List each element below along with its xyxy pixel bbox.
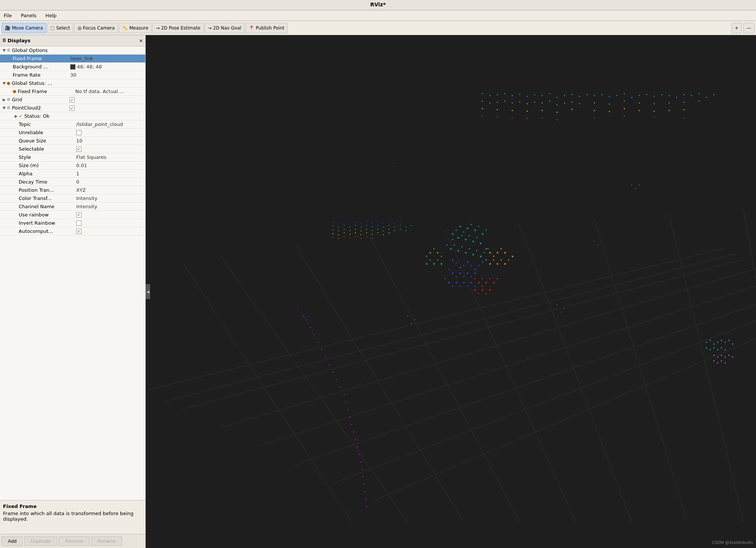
channel-value[interactable]: intensity [75, 204, 144, 209]
add-display-button[interactable]: + [731, 23, 742, 33]
svg-rect-42 [363, 484, 365, 485]
svg-rect-180 [456, 282, 457, 283]
status-ok-row[interactable]: ▶ ✓ Status: Ok [0, 112, 145, 120]
remove-button[interactable]: Remove [59, 536, 89, 546]
svg-rect-23 [317, 342, 319, 343]
use-rainbow-checkbox[interactable] [76, 212, 81, 218]
add-button[interactable]: Add [1, 536, 23, 546]
alpha-value[interactable]: 1 [75, 171, 144, 176]
decay-time-value[interactable]: 0 [75, 179, 144, 185]
svg-rect-27 [332, 372, 334, 373]
color-transform-row[interactable]: Color Transf... Intensity [0, 194, 145, 203]
svg-rect-37 [357, 446, 358, 447]
focus-camera-button[interactable]: ◎ Focus Camera [74, 23, 118, 33]
svg-rect-279 [344, 236, 345, 237]
svg-rect-120 [482, 116, 483, 117]
measure-label: Measure [129, 25, 148, 31]
svg-rect-294 [710, 349, 711, 350]
grid-expand[interactable]: ▶ [1, 98, 7, 102]
global-options-expand[interactable]: ▼ [1, 48, 7, 52]
pointcloud2-row[interactable]: ▼ ⚙ PointCloud2 [0, 104, 145, 112]
duplicate-button[interactable]: Duplicate [24, 536, 57, 546]
pos-trans-value[interactable]: XYZ [75, 187, 144, 193]
svg-rect-152 [461, 246, 462, 247]
svg-rect-95 [564, 102, 565, 104]
svg-rect-72 [631, 97, 632, 98]
background-label: Background ... [13, 64, 69, 70]
nav-goal-button[interactable]: → 2D Nav Goal [205, 23, 245, 33]
svg-rect-175 [471, 276, 472, 277]
svg-rect-24 [321, 349, 322, 350]
displays-drag-icon: ⠿ [2, 38, 6, 43]
collapse-button[interactable]: — [743, 23, 755, 33]
menu-file[interactable]: File [2, 12, 13, 19]
selectable-checkbox[interactable] [76, 147, 81, 152]
size-value[interactable]: 0.01 [75, 163, 144, 168]
style-value[interactable]: Flat Squares [75, 154, 144, 160]
autocompute-row[interactable]: Autocomput... [0, 227, 145, 235]
svg-rect-133 [463, 231, 464, 233]
svg-rect-292 [732, 344, 733, 345]
background-swatch[interactable] [70, 64, 75, 70]
grid-checkbox[interactable] [69, 97, 75, 102]
global-status-row[interactable]: ▼ ● Global Status: ... [0, 79, 145, 87]
channel-name-row[interactable]: Channel Name intensity [0, 203, 145, 211]
global-options-row[interactable]: ▼ ⚙ Global Options [0, 46, 145, 55]
frame-rate-value[interactable]: 30 [69, 72, 144, 78]
menu-panels[interactable]: Panels [19, 12, 38, 19]
svg-rect-81 [698, 93, 700, 94]
displays-close-icon[interactable]: × [139, 38, 143, 43]
svg-rect-143 [465, 239, 467, 240]
svg-rect-234 [388, 221, 390, 222]
use-rainbow-row[interactable]: Use rainbow [0, 211, 145, 219]
3d-viewport[interactable]: ◀ [146, 35, 756, 548]
svg-rect-247 [388, 225, 390, 226]
size-row[interactable]: Size (m) 0.01 [0, 161, 145, 170]
background-color-row[interactable]: Background ... 48; 48; 48 [0, 63, 145, 71]
rename-button[interactable]: Rename [91, 536, 122, 546]
svg-rect-188 [426, 256, 427, 257]
fixed-frame-value[interactable]: laser_link [69, 56, 144, 61]
invert-rainbow-row[interactable]: Invert Rainbow [0, 219, 145, 227]
pointcloud2-checkbox[interactable] [69, 105, 75, 111]
invert-rainbow-checkbox[interactable] [76, 221, 81, 226]
global-status-expand[interactable]: ▼ [1, 81, 7, 85]
collapse-handle[interactable]: ◀ [146, 284, 150, 299]
queue-size-row[interactable]: Queue Size 10 [0, 137, 145, 145]
decay-time-row[interactable]: Decay Time 0 [0, 178, 145, 186]
publish-point-button[interactable]: 📍 Publish Point [245, 23, 288, 33]
svg-rect-64 [571, 94, 573, 95]
pose-estimate-button[interactable]: → 2D Pose Estimate [152, 23, 204, 33]
focus-camera-label: Focus Camera [83, 25, 115, 31]
selectable-row[interactable]: Selectable [0, 145, 145, 153]
topic-value[interactable]: /lslidar_point_cloud [75, 121, 144, 127]
move-camera-button[interactable]: 🎥 Move Camera [1, 23, 46, 33]
style-row[interactable]: Style Flat Squares [0, 153, 145, 161]
fixed-frame-row[interactable]: Fixed Frame laser_link [0, 55, 145, 63]
status-ok-expand[interactable]: ▶ [13, 114, 19, 118]
svg-rect-91 [534, 102, 535, 103]
bottom-buttons: Add Duplicate Remove Rename [0, 534, 145, 548]
unreliable-checkbox[interactable] [76, 130, 81, 135]
status-fixed-frame-row[interactable]: ● Fixed Frame No tf data. Actual ... [0, 87, 145, 96]
menu-help[interactable]: Help [44, 12, 58, 19]
position-transform-row[interactable]: Position Tran... XYZ [0, 186, 145, 194]
autocompute-checkbox[interactable] [76, 229, 81, 234]
svg-rect-56 [512, 95, 513, 96]
grid-row[interactable]: ▶ ⚙ Grid [0, 96, 145, 104]
unreliable-row[interactable]: Unreliable [0, 129, 145, 137]
svg-rect-141 [458, 237, 459, 238]
topic-row[interactable]: Topic /lslidar_point_cloud [0, 120, 145, 129]
svg-rect-146 [476, 237, 477, 238]
svg-rect-211 [512, 256, 513, 257]
tree-panel[interactable]: ▼ ⚙ Global Options Fixed Frame laser_lin… [0, 46, 145, 500]
alpha-row[interactable]: Alpha 1 [0, 170, 145, 178]
measure-icon: 📏 [122, 25, 128, 31]
pointcloud2-expand[interactable]: ▼ [1, 106, 7, 110]
measure-button[interactable]: 📏 Measure [119, 23, 152, 33]
queue-size-value[interactable]: 10 [75, 138, 144, 144]
frame-rate-row[interactable]: Frame Rate 30 [0, 71, 145, 79]
color-trans-value[interactable]: Intensity [75, 196, 144, 201]
size-label: Size (m) [19, 163, 75, 168]
select-button[interactable]: ⬚ Select [47, 23, 73, 33]
